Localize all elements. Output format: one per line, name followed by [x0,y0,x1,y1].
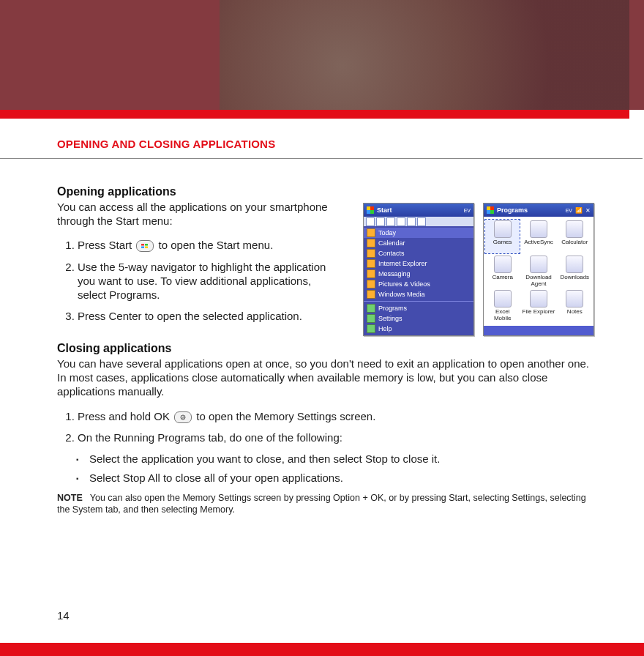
device-start-titlebar: Start EV [364,204,473,217]
opening-step-1-a: Press Start [78,239,132,251]
section-rule [0,158,643,159]
menu-item: Messaging [364,269,473,279]
menu-divider [364,301,473,302]
app-label: Downloads [561,274,590,280]
app-label: Download Agent [522,274,555,287]
device-programs-badge: EV [566,208,572,213]
menu-item-label: Windows Media [378,291,425,298]
note-text: You can also open the Memory Settings sc… [57,493,586,515]
footer-red-bar [0,643,644,656]
toolbar-icon [417,217,426,226]
menu-item-icon [367,280,375,288]
menu-item-label: Contacts [378,250,405,257]
opening-steps: Press Start to open the Start menu. Use … [57,238,342,323]
device-programs-bottombar [484,326,594,335]
svg-rect-0 [141,244,144,246]
app-label: File Explorer [523,308,555,315]
windows-flag-icon [487,206,494,214]
app-item: Games [485,220,520,253]
ok-key-icon: ok [174,411,192,423]
menu-item-label: Messaging [378,270,411,277]
hero-photo [220,0,629,110]
close-icon: ✕ [585,207,591,214]
device-start-title: Start [377,206,461,214]
opening-step-3: Press Center to open the selected applic… [78,309,342,323]
closing-bullet-1: Select the application you want to close… [89,452,599,466]
app-item: File Explorer [521,289,555,323]
menu-item: Pictures & Videos [364,279,473,289]
menu-item-label: Settings [378,315,402,322]
signal-icon: 📶 [575,207,583,214]
closing-bullet-2: Select Stop All to close all of your ope… [89,471,599,485]
app-item: ActiveSync [521,220,555,253]
device-screenshots: Start EV Today C [363,203,597,336]
app-icon [494,256,512,273]
menu-item: Internet Explorer [364,258,473,269]
menu-item: Today [364,228,473,238]
menu-item: Calendar [364,238,473,248]
opening-intro: You can access all the applications on y… [57,200,342,228]
menu-item-icon [367,304,375,313]
toolbar-icon [366,217,375,226]
svg-rect-2 [141,247,144,249]
header-red-bar [0,110,629,119]
menu-item-label: Pictures & Videos [378,280,430,288]
menu-item-icon [367,290,375,299]
app-label: ActiveSync [524,239,553,245]
toolbar-icon [386,217,395,226]
hero-banner [0,0,644,110]
device-start-badge: EV [464,208,471,213]
section-title: OPENING AND CLOSING APPLICATIONS [57,138,275,150]
menu-item-label: Calendar [378,239,405,247]
menu-item-icon [367,269,375,278]
app-label: Camera [492,274,512,280]
app-item: Download Agent [521,255,555,288]
svg-rect-3 [145,247,148,249]
closing-steps: Press and hold OK ok to open the Memory … [57,409,599,444]
app-label: Excel Mobile [486,308,519,321]
device-start-menu: Start EV Today C [363,203,474,336]
menu-item-icon [367,314,375,323]
menu-item-label: Internet Explorer [378,260,427,267]
menu-item-label: Programs [378,305,407,312]
menu-item: Help [364,324,473,334]
app-item: Calculator [558,220,592,253]
svg-text:ok: ok [181,415,185,420]
start-key-icon [136,240,154,252]
closing-intro: You can have several applications open a… [57,357,599,399]
device-programs: Programs EV 📶 ✕ Games ActiveSync Calcula… [483,203,594,336]
menu-item: Contacts [364,248,473,258]
svg-rect-1 [145,244,148,246]
closing-bullets: Select the application you want to close… [57,452,599,486]
closing-step-1: Press and hold OK ok to open the Memory … [78,409,599,423]
app-icon [494,290,512,308]
toolbar-icon [407,217,416,226]
device-programs-grid: Games ActiveSync Calculator Camera Downl… [484,217,594,326]
app-icon [530,256,547,273]
note: NOTEYou can also open the Memory Setting… [57,493,599,515]
closing-heading: Closing applications [57,342,599,355]
menu-item-icon [367,259,375,268]
app-label: Games [493,239,512,245]
closing-step-1-a: Press and hold OK [78,410,170,422]
app-item: Downloads [558,255,592,288]
menu-item-icon [367,249,375,258]
app-item: Camera [485,255,520,288]
toolbar-icon [376,217,385,226]
app-icon [530,290,547,308]
app-label: Notes [567,308,583,315]
menu-item: Windows Media [364,289,473,299]
app-icon [566,256,583,273]
menu-item-icon [367,239,375,247]
device-programs-titlebar: Programs EV 📶 ✕ [484,204,594,217]
menu-item-icon [367,228,375,237]
app-item: Notes [558,289,592,323]
device-programs-title: Programs [497,206,563,214]
app-icon [566,220,583,238]
note-label: NOTE [57,493,83,503]
menu-item: Settings [364,313,473,324]
opening-step-1: Press Start to open the Start menu. [78,238,342,252]
app-label: Calculator [561,239,588,245]
windows-flag-icon [367,206,374,214]
app-icon [494,220,512,238]
